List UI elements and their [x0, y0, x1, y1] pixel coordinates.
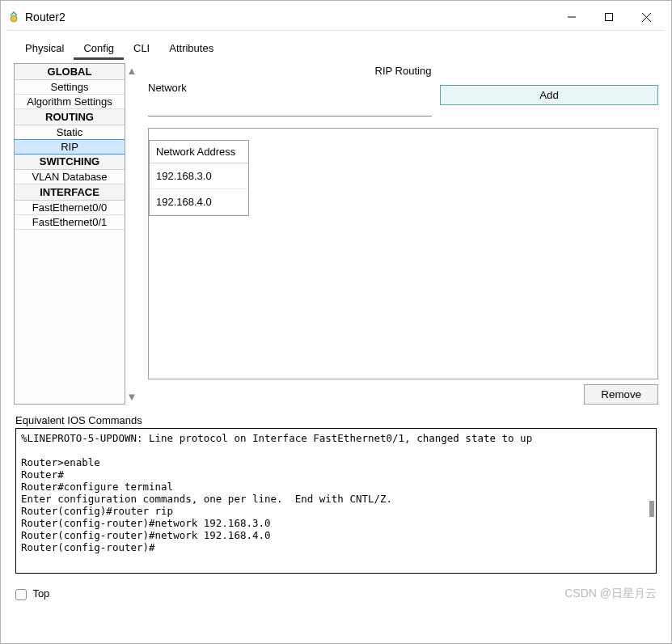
sidebar-item-fe0-0[interactable]: FastEthernet0/0 [15, 201, 125, 215]
sidebar-item-rip[interactable]: RIP [14, 139, 125, 155]
scroll-down-icon[interactable]: ▼ [127, 391, 137, 403]
panel-title: RIP Routing [148, 63, 658, 82]
tab-cli[interactable]: CLI [124, 37, 159, 60]
sidebar-item-algorithm-settings[interactable]: Algorithm Settings [15, 95, 125, 109]
sidebar-item-vlan-database[interactable]: VLAN Database [15, 170, 125, 184]
main-area: GLOBAL Settings Algorithm Settings ROUTI… [4, 60, 668, 408]
tab-config[interactable]: Config [74, 37, 124, 60]
maximize-button[interactable] [590, 5, 628, 29]
sidebar-item-static[interactable]: Static [15, 125, 125, 140]
config-sidebar: GLOBAL Settings Algorithm Settings ROUTI… [14, 63, 125, 405]
tab-physical[interactable]: Physical [15, 37, 74, 60]
sidebar-header-global: GLOBAL [15, 64, 125, 80]
network-label: Network [148, 82, 432, 94]
sidebar-item-settings[interactable]: Settings [15, 80, 125, 95]
network-entry[interactable]: 192.168.3.0 [150, 163, 248, 189]
config-content: RIP Routing Network Add Network Address … [148, 63, 658, 405]
minimize-button[interactable] [553, 5, 590, 29]
app-window: Router2 Physical Config CLI Attributes G… [0, 0, 672, 644]
router-icon [7, 11, 20, 23]
sidebar-scrollbar[interactable]: ▲ ▼ [125, 63, 138, 405]
svg-point-0 [11, 15, 17, 22]
titlebar: Router2 [4, 4, 668, 30]
ios-console[interactable]: %LINEPROTO-5-UPDOWN: Line protocol on In… [15, 428, 657, 574]
window-title: Router2 [25, 11, 553, 23]
remove-button[interactable]: Remove [584, 384, 658, 405]
footer: Top CSDN @日星月云 [4, 582, 668, 609]
console-scrollbar-thumb[interactable] [649, 501, 654, 517]
console-label: Equivalent IOS Commands [4, 408, 668, 428]
tab-attributes[interactable]: Attributes [159, 37, 223, 60]
scroll-up-icon[interactable]: ▲ [127, 65, 137, 77]
watermark: CSDN @日星月云 [564, 587, 657, 601]
top-label: Top [32, 587, 49, 600]
sidebar-header-routing: ROUTING [15, 109, 125, 125]
network-table-header: Network Address [150, 141, 248, 163]
add-button[interactable]: Add [440, 85, 658, 105]
sidebar-header-interface: INTERFACE [15, 184, 125, 201]
tab-bar: Physical Config CLI Attributes [4, 31, 668, 60]
top-checkbox-wrap[interactable]: Top [15, 587, 49, 600]
close-button[interactable] [628, 5, 665, 29]
top-checkbox[interactable] [15, 589, 27, 600]
network-input[interactable] [148, 97, 432, 117]
sidebar-item-fe0-1[interactable]: FastEthernet0/1 [15, 215, 125, 230]
network-entry[interactable]: 192.168.4.0 [150, 189, 248, 215]
sidebar-header-switching: SWITCHING [15, 154, 125, 170]
console-text: %LINEPROTO-5-UPDOWN: Line protocol on In… [21, 432, 532, 553]
svg-rect-2 [606, 14, 613, 21]
network-listbox[interactable]: Network Address 192.168.3.0 192.168.4.0 [148, 128, 658, 379]
